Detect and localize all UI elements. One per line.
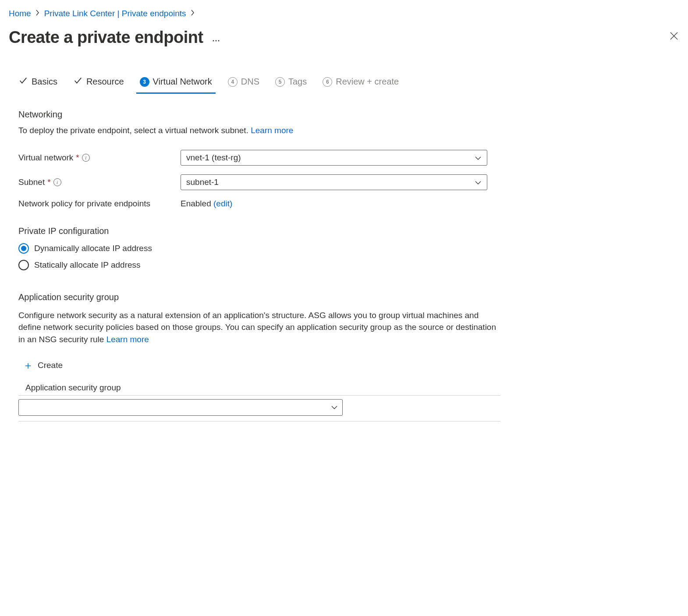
subnet-select[interactable]: subnet-1 [181,174,487,190]
close-icon[interactable] [669,31,679,44]
tab-tags[interactable]: 5 Tags [275,74,307,93]
asg-create-button[interactable]: ＋ Create [23,358,63,372]
plus-icon: ＋ [23,358,33,372]
asg-create-label: Create [38,361,63,370]
step-number-icon: 3 [140,77,149,87]
asg-table [18,395,500,421]
radio-dynamic-ip[interactable]: Dynamically allocate IP address [18,243,500,254]
network-policy-value: Enabled (edit) [181,199,500,209]
chevron-down-icon [331,404,338,411]
chevron-right-icon [191,10,195,18]
step-number-icon: 4 [228,77,238,87]
section-heading-ip-config: Private IP configuration [18,226,500,236]
asg-column-header: Application security group [25,383,500,393]
chevron-down-icon [475,154,482,161]
step-number-icon: 6 [323,77,332,87]
networking-description: To deploy the private endpoint, select a… [18,125,500,137]
radio-icon [18,260,29,270]
asg-learn-more-link[interactable]: Learn more [106,335,149,344]
check-icon [73,76,83,88]
radio-label: Dynamically allocate IP address [34,244,152,253]
virtual-network-value: vnet-1 (test-rg) [186,153,241,163]
virtual-network-label: Virtual network * i [18,153,181,163]
tab-basics[interactable]: Basics [18,73,57,94]
tab-label: DNS [241,77,259,87]
virtual-network-select[interactable]: vnet-1 (test-rg) [181,150,487,166]
breadcrumb-home[interactable]: Home [9,9,31,18]
info-icon[interactable]: i [53,178,61,186]
tab-virtual-network[interactable]: 3 Virtual Network [140,74,212,93]
radio-label: Statically allocate IP address [34,260,141,270]
tab-label: Tags [288,77,307,87]
more-options-icon[interactable]: ⋯ [212,35,221,45]
tab-label: Virtual Network [153,77,212,87]
required-indicator: * [76,153,79,163]
tab-label: Basics [32,77,57,87]
tab-resource[interactable]: Resource [73,73,124,94]
asg-select[interactable] [18,399,343,416]
network-policy-label: Network policy for private endpoints [18,199,181,209]
subnet-label: Subnet * i [18,177,181,187]
tab-dns[interactable]: 4 DNS [228,74,259,93]
section-heading-networking: Networking [18,110,500,120]
network-policy-edit-link[interactable]: (edit) [213,199,232,208]
tab-review-create[interactable]: 6 Review + create [323,74,399,93]
required-indicator: * [47,177,50,187]
section-heading-asg: Application security group [18,292,500,302]
radio-static-ip[interactable]: Statically allocate IP address [18,260,500,270]
tab-label: Review + create [336,77,399,87]
step-number-icon: 5 [275,77,285,87]
page-title: Create a private endpoint ⋯ [9,28,221,47]
breadcrumb-center[interactable]: Private Link Center | Private endpoints [44,9,186,18]
asg-description: Configure network security as a natural … [18,309,500,346]
networking-learn-more-link[interactable]: Learn more [251,126,293,135]
info-icon[interactable]: i [82,154,90,162]
chevron-down-icon [475,179,482,186]
chevron-right-icon [35,10,40,18]
radio-icon [18,243,29,254]
subnet-value: subnet-1 [186,177,219,187]
wizard-tabs: Basics Resource 3 Virtual Network 4 DNS … [18,73,679,94]
check-icon [18,76,28,88]
tab-label: Resource [86,77,124,87]
breadcrumb: Home Private Link Center | Private endpo… [9,9,679,18]
